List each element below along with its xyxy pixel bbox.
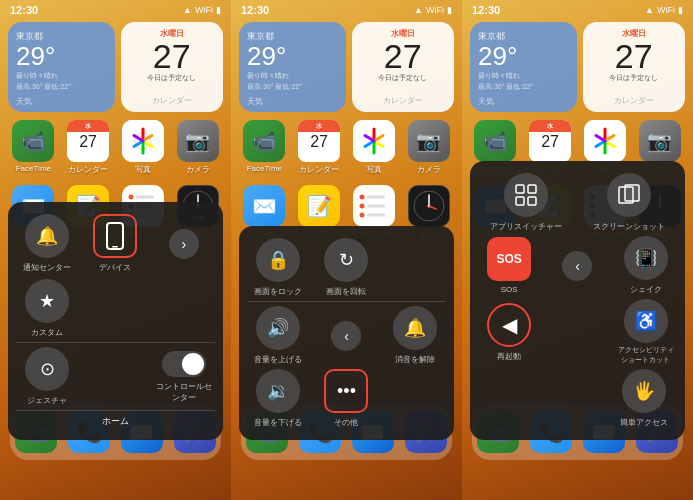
cal-num-2: 27 — [384, 39, 422, 73]
menu-gesture[interactable]: ⊙ ジェスチャ — [16, 347, 78, 406]
weather-label-2: 天気 — [247, 96, 338, 107]
cal-num-3: 27 — [615, 39, 653, 73]
weather-widget-3[interactable]: 東京都 29° 曇り時々晴れ 最高:30° 最低:22° 天気 — [470, 22, 577, 112]
svg-rect-14 — [112, 246, 118, 248]
bell-off-icon: 🔔 — [393, 306, 437, 350]
app-calendar-2[interactable]: 水 27 カレンダー — [294, 120, 345, 175]
wifi-icon-3: WiFi — [657, 5, 675, 15]
lock-label: 画面をロック — [254, 286, 302, 297]
phone-panel-1: 12:30 ▲ WiFi ▮ 東京都 29° 曇り時々晴れ 最高:30° 最低:… — [0, 0, 231, 500]
gesture-label: ジェスチャ — [27, 395, 67, 406]
weather-temp-2: 29° — [247, 43, 338, 69]
app-photos[interactable]: 写真 — [118, 120, 169, 175]
restart-icon: ◀ — [487, 303, 531, 347]
menu-shake[interactable]: 📳 シェイク — [615, 236, 677, 295]
menu-control-center[interactable]: コントロールセンター — [153, 351, 215, 403]
weather-range-3: 最高:30° 最低:22° — [478, 82, 569, 92]
app-facetime[interactable]: 📹 FaceTime — [8, 120, 59, 175]
menu-lock-screen[interactable]: 🔒 画面をロック — [247, 238, 309, 297]
restart-label: 再起動 — [497, 351, 521, 362]
photos-label: 写真 — [135, 164, 151, 175]
widgets-3: 東京都 29° 曇り時々晴れ 最高:30° 最低:22° 天気 水曜日 27 今… — [470, 22, 685, 112]
menu-custom[interactable]: ★ カスタム — [16, 279, 78, 338]
app-calendar[interactable]: 水 27 カレンダー — [63, 120, 114, 175]
calendar-widget-3[interactable]: 水曜日 27 今日は予定なし カレンダー — [583, 22, 686, 112]
battery-icon-1: ▮ — [216, 5, 221, 15]
svg-rect-13 — [107, 223, 123, 249]
calendar-widget-1[interactable]: 水曜日 27 今日は予定なし カレンダー — [121, 22, 224, 112]
mail-icon-2: ✉️ — [243, 185, 285, 227]
device-label: デバイス — [99, 262, 131, 273]
control-center-label: コントロールセンター — [153, 381, 215, 403]
device-menu: 🔔 通知センター デバイス › ★ カスタム — [8, 202, 223, 440]
arrow-left-icon-2[interactable]: ‹ — [562, 251, 592, 281]
reminders-icon-2 — [353, 185, 395, 227]
weather-temp-1: 29° — [16, 43, 107, 69]
app-grid-2: 📹 FaceTime 水 27 カレンダー — [239, 120, 454, 240]
menu-notification-center[interactable]: 🔔 通知センター — [16, 214, 78, 273]
menu-restart[interactable]: ◀ 再起動 — [478, 303, 540, 362]
menu-accessibility[interactable]: ♿ アクセシビリティショートカット — [615, 299, 677, 365]
cal-label-3: カレンダー — [614, 95, 654, 106]
clock-icon-2 — [408, 185, 450, 227]
svg-rect-21 — [367, 214, 385, 217]
facetime-icon: 📹 — [12, 120, 54, 162]
app-facetime-2[interactable]: 📹 FaceTime — [239, 120, 290, 175]
vol-down-label: 音量を下げる — [254, 417, 302, 428]
star-icon: ★ — [25, 279, 69, 323]
app-camera-2[interactable]: 📷 カメラ — [403, 120, 454, 175]
wifi-icon-1: WiFi — [195, 5, 213, 15]
menu-screenshot[interactable]: スクリーンショット — [581, 173, 678, 232]
more-label: その他 — [334, 417, 358, 428]
app-camera[interactable]: 📷 カメラ — [172, 120, 223, 175]
weather-label-3: 天気 — [478, 96, 569, 107]
easy-access-label: 簡単アクセス — [620, 417, 668, 428]
weather-condition-3: 曇り時々晴れ — [478, 71, 569, 81]
arrow-icon-1[interactable]: › — [169, 229, 199, 259]
menu-vol-up[interactable]: 🔊 音量を上げる — [247, 306, 309, 365]
photos-icon-2 — [353, 120, 395, 162]
menu-more[interactable]: ••• その他 — [315, 369, 377, 428]
arrow-left-icon[interactable]: ‹ — [331, 321, 361, 351]
cal-label-1: カレンダー — [152, 95, 192, 106]
status-time-1: 12:30 — [10, 4, 38, 16]
menu-vol-down[interactable]: 🔉 音量を下げる — [247, 369, 309, 428]
menu-rotate[interactable]: ↻ 画面を回転 — [315, 238, 377, 297]
camera-icon-3: 📷 — [639, 120, 681, 162]
weather-city-1: 東京都 — [16, 30, 107, 43]
gesture-icon: ⊙ — [25, 347, 69, 391]
home-label[interactable]: ホーム — [102, 415, 129, 428]
photos-icon-3 — [584, 120, 626, 162]
screenshot-label: スクリーンショット — [593, 221, 665, 232]
status-bar-1: 12:30 ▲ WiFi ▮ — [0, 0, 231, 20]
status-icons-3: ▲ WiFi ▮ — [645, 5, 683, 15]
svg-rect-38 — [528, 185, 536, 193]
phone-panel-3: 12:30 ▲ WiFi ▮ 東京都 29° 曇り時々晴れ 最高:30° 最低:… — [462, 0, 693, 500]
rotate-label: 画面を回転 — [326, 286, 366, 297]
weather-city-2: 東京都 — [247, 30, 338, 43]
svg-point-16 — [359, 195, 364, 200]
svg-rect-3 — [136, 196, 154, 199]
phone-rect-icon — [93, 214, 137, 258]
menu-sos[interactable]: SOS SOS — [478, 237, 540, 294]
cal-event-2: 今日は予定なし — [378, 73, 427, 83]
menu-unmute[interactable]: 🔔 消音を解除 — [384, 306, 446, 365]
weather-widget-2[interactable]: 東京都 29° 曇り時々晴れ 最高:30° 最低:22° 天気 — [239, 22, 346, 112]
vol-down-icon: 🔉 — [256, 369, 300, 413]
weather-city-3: 東京都 — [478, 30, 569, 43]
calendar-label: カレンダー — [68, 164, 108, 175]
calendar-icon-2: 水 27 — [298, 120, 340, 162]
status-icons-2: ▲ WiFi ▮ — [414, 5, 452, 15]
battery-icon-2: ▮ — [447, 5, 452, 15]
signal-icon-1: ▲ — [183, 5, 192, 15]
svg-point-2 — [128, 195, 133, 200]
menu-easy-access[interactable]: 🖐 簡単アクセス — [611, 369, 677, 428]
menu-device[interactable]: デバイス — [84, 214, 146, 273]
widgets-2: 東京都 29° 曇り時々晴れ 最高:30° 最低:22° 天気 水曜日 27 今… — [239, 22, 454, 112]
weather-widget-1[interactable]: 東京都 29° 曇り時々晴れ 最高:30° 最低:22° 天気 — [8, 22, 115, 112]
toggle-icon — [162, 351, 206, 377]
calendar-widget-2[interactable]: 水曜日 27 今日は予定なし カレンダー — [352, 22, 455, 112]
menu-app-switcher[interactable]: アプリスイッチャー — [478, 173, 575, 232]
extended-menu: アプリスイッチャー スクリーンショット SOS SOS ‹ — [470, 161, 685, 440]
app-photos-2[interactable]: 写真 — [349, 120, 400, 175]
